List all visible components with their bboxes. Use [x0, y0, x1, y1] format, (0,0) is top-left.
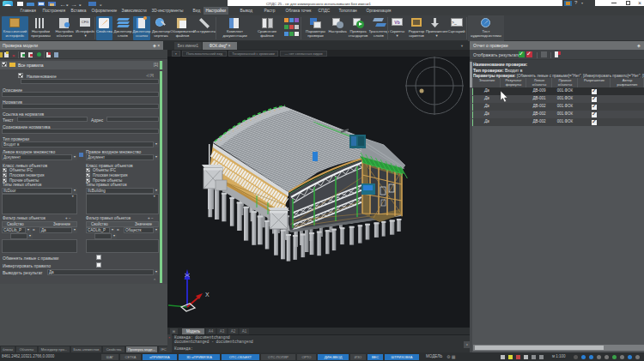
svg-text:X: X: [205, 292, 210, 298]
